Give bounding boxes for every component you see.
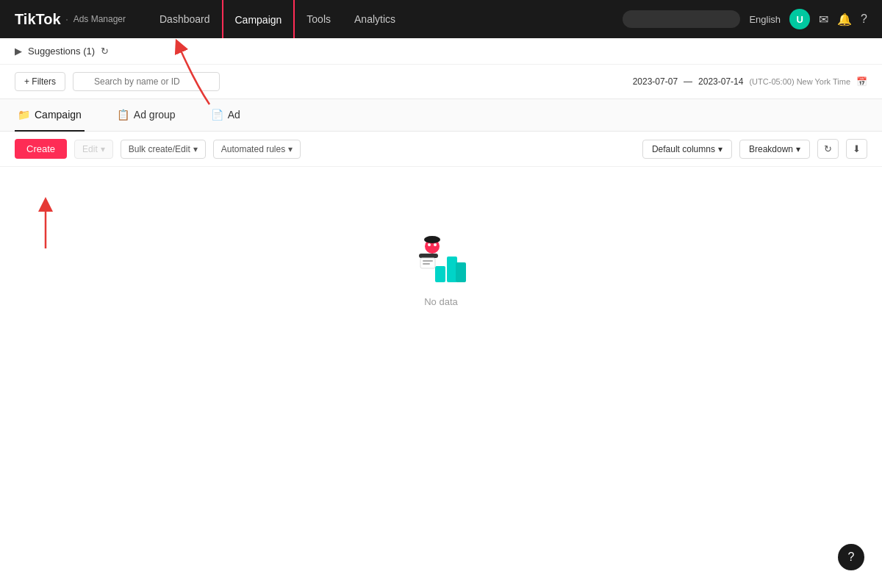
empty-illustration — [404, 226, 478, 284]
svg-rect-7 — [423, 263, 430, 265]
ads-manager-label: Ads Manager — [74, 14, 126, 24]
brand-logo: TikTok · Ads Manager — [15, 11, 126, 28]
empty-state: No data — [0, 167, 882, 351]
breakdown-chevron-icon: ▾ — [796, 144, 800, 154]
bulk-create-button[interactable]: Bulk create/Edit ▾ — [121, 140, 206, 159]
search-input[interactable] — [73, 72, 220, 91]
columns-chevron-icon: ▾ — [718, 144, 723, 154]
nav-dashboard[interactable]: Dashboard — [148, 0, 222, 38]
filter-button[interactable]: + Filters — [15, 72, 65, 91]
no-data-label: No data — [424, 296, 458, 307]
language-selector[interactable]: English — [749, 14, 781, 25]
automated-rules-button[interactable]: Automated rules ▾ — [213, 140, 301, 159]
rules-chevron-icon: ▾ — [288, 144, 293, 154]
tabs-bar: 📁 Campaign 📋 Ad group 📄 Ad — [0, 99, 882, 132]
nav-campaign[interactable]: Campaign — [222, 0, 295, 38]
calendar-icon[interactable]: 📅 — [856, 76, 867, 87]
tab-ad[interactable]: 📄 Ad — [208, 99, 243, 132]
suggestions-bar: ▶ Suggestions (1) ↻ — [0, 38, 882, 65]
nav-analytics[interactable]: Analytics — [343, 0, 407, 38]
default-columns-label: Default columns — [652, 144, 715, 154]
bulk-chevron-icon: ▾ — [193, 144, 198, 154]
ad-group-tab-icon: 📋 — [117, 109, 129, 121]
mail-icon[interactable]: ✉ — [819, 12, 828, 26]
svg-point-8 — [428, 243, 431, 246]
tab-ad-group[interactable]: 📋 Ad group — [114, 99, 179, 132]
date-separator: — — [684, 76, 692, 87]
campaign-tab-icon: 📁 — [18, 109, 30, 121]
breakdown-label: Breakdown — [749, 144, 793, 154]
tab-ad-group-label: Ad group — [134, 109, 176, 121]
expand-icon[interactable]: ▶ — [15, 46, 22, 57]
floating-help-icon: ? — [848, 551, 855, 564]
floating-help-button[interactable]: ? — [838, 544, 864, 570]
search-wrapper: 🔍 — [73, 72, 220, 91]
nav-links: Dashboard Campaign Tools Analytics — [148, 0, 600, 38]
svg-point-10 — [424, 236, 440, 243]
refresh-table-button[interactable]: ↻ — [817, 139, 839, 159]
bulk-create-label: Bulk create/Edit — [129, 144, 190, 154]
tiktok-wordmark: TikTok — [15, 11, 61, 28]
bell-icon[interactable]: 🔔 — [837, 12, 852, 26]
date-end: 2023-07-14 — [698, 76, 743, 87]
tab-campaign[interactable]: 📁 Campaign — [15, 99, 85, 132]
edit-label: Edit — [82, 144, 98, 154]
breakdown-button[interactable]: Breakdown ▾ — [739, 140, 810, 159]
edit-chevron-icon: ▾ — [101, 144, 105, 154]
download-button[interactable]: ⬇ — [846, 139, 867, 159]
svg-rect-0 — [435, 266, 445, 282]
automated-rules-label: Automated rules — [221, 144, 285, 154]
refresh-icon[interactable]: ↻ — [101, 46, 109, 57]
refresh-table-icon: ↻ — [824, 143, 832, 154]
ad-tab-icon: 📄 — [211, 109, 223, 121]
download-icon: ⬇ — [853, 143, 861, 154]
tab-campaign-label: Campaign — [35, 109, 82, 121]
right-actions: Default columns ▾ Breakdown ▾ ↻ ⬇ — [642, 139, 867, 159]
edit-button[interactable]: Edit ▾ — [74, 140, 113, 159]
filter-bar: + Filters 🔍 2023-07-07 — 2023-07-14 (UTC… — [0, 65, 882, 99]
date-start: 2023-07-07 — [633, 76, 678, 87]
date-range: 2023-07-07 — 2023-07-14 (UTC-05:00) New … — [633, 76, 867, 87]
navbar: TikTok · Ads Manager Dashboard Campaign … — [0, 0, 882, 38]
nav-right: English U ✉ 🔔 ? — [623, 9, 867, 29]
tab-ad-label: Ad — [228, 109, 240, 121]
nav-search-input[interactable] — [623, 10, 740, 28]
default-columns-button[interactable]: Default columns ▾ — [642, 140, 732, 159]
svg-rect-2 — [456, 262, 466, 282]
svg-rect-6 — [423, 260, 433, 262]
action-bar: Create Edit ▾ Bulk create/Edit ▾ Automat… — [0, 132, 882, 167]
suggestions-label: Suggestions (1) — [28, 46, 95, 57]
svg-rect-4 — [419, 254, 438, 258]
avatar[interactable]: U — [789, 9, 810, 29]
create-button[interactable]: Create — [15, 139, 67, 159]
svg-rect-1 — [447, 257, 457, 282]
nav-tools[interactable]: Tools — [295, 0, 343, 38]
help-icon[interactable]: ? — [861, 12, 867, 26]
svg-point-9 — [434, 243, 437, 246]
timezone-label: (UTC-05:00) New York Time — [749, 77, 850, 86]
